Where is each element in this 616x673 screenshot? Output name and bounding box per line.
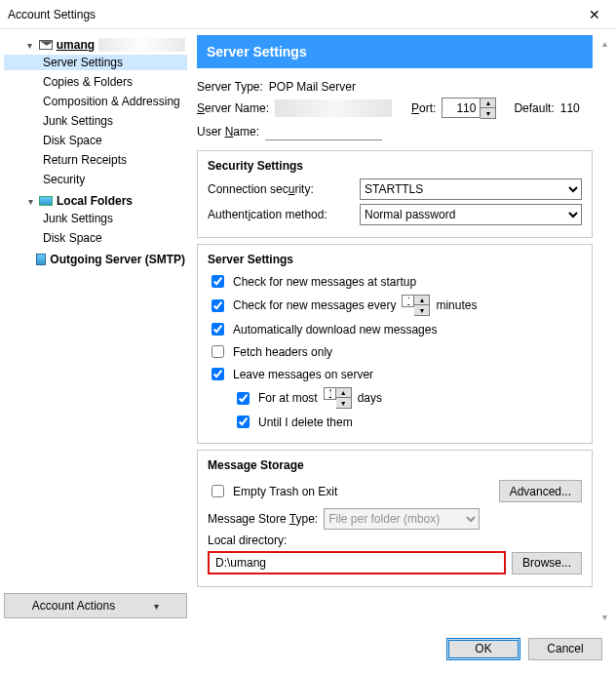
server-legend: Server Settings xyxy=(208,253,582,266)
account-tree-sidebar: umang Server Settings Copies & Folders C… xyxy=(0,29,191,624)
smtp-label: Outgoing Server (SMTP) xyxy=(50,253,185,266)
store-type-select: File per folder (mbox) xyxy=(324,508,480,530)
tree-item-local-disk[interactable]: Disk Space xyxy=(4,230,187,246)
browse-button[interactable]: Browse... xyxy=(512,552,582,574)
conn-security-label: Connection security: xyxy=(208,182,354,196)
until-delete-checkbox[interactable]: Until I delete them xyxy=(208,413,582,431)
account-tree[interactable]: umang Server Settings Copies & Folders C… xyxy=(4,35,187,587)
fetch-headers-checkbox[interactable]: Fetch headers only xyxy=(208,342,582,361)
spin-down-icon: ▼ xyxy=(481,108,495,118)
user-name-input[interactable] xyxy=(265,123,382,140)
conn-security-select[interactable]: STARTTLS xyxy=(360,178,582,200)
account-actions-button[interactable]: Account Actions ▾ xyxy=(4,593,187,618)
advanced-button[interactable]: Advanced... xyxy=(499,480,582,502)
spin-up-icon: ▲ xyxy=(481,99,495,108)
tree-account-root[interactable]: umang xyxy=(4,37,187,53)
tree-item-return-receipts[interactable]: Return Receipts xyxy=(4,152,187,168)
chevron-down-icon: ▾ xyxy=(154,601,159,612)
twisty-icon[interactable] xyxy=(25,40,35,50)
ok-button[interactable]: OK xyxy=(446,638,520,660)
redaction-mask xyxy=(98,38,185,52)
check-every-checkbox[interactable]: Check for new messages every ▲▼ minutes xyxy=(208,295,582,316)
tree-item-composition[interactable]: Composition & Addressing xyxy=(4,94,187,109)
cancel-button[interactable]: Cancel xyxy=(528,638,602,660)
mail-icon xyxy=(39,40,53,50)
scroll-down-icon[interactable]: ▾ xyxy=(597,609,612,624)
empty-trash-checkbox[interactable]: Empty Trash on Exit xyxy=(208,482,337,500)
tree-item-disk-space[interactable]: Disk Space xyxy=(4,133,187,148)
storage-legend: Message Storage xyxy=(208,458,582,472)
dialog-buttons: OK Cancel xyxy=(0,624,616,673)
tree-item-copies-folders[interactable]: Copies & Folders xyxy=(4,74,187,90)
window-title: Account Settings xyxy=(8,8,96,21)
for-at-most-checkbox[interactable]: For at most ▲▼ days xyxy=(208,387,582,409)
close-button[interactable]: ✕ xyxy=(572,0,616,29)
monitor-icon xyxy=(39,196,53,206)
tree-item-local-junk[interactable]: Junk Settings xyxy=(4,211,187,226)
security-settings-group: Security Settings Connection security: S… xyxy=(197,150,593,238)
port-label: Port: xyxy=(411,101,436,115)
panel-header: Server Settings xyxy=(197,35,593,68)
titlebar: Account Settings ✕ xyxy=(0,0,616,29)
vertical-scrollbar[interactable]: ▴ ▾ xyxy=(597,35,612,624)
default-port-value: 110 xyxy=(560,101,580,115)
store-type-label: Message Store Type: xyxy=(208,512,318,526)
tree-item-junk[interactable]: Junk Settings xyxy=(4,113,187,129)
server-settings-group: Server Settings Check for new messages a… xyxy=(197,244,593,444)
tree-smtp[interactable]: Outgoing Server (SMTP) xyxy=(4,252,187,267)
smtp-icon xyxy=(36,254,46,265)
auth-method-label: Authentication method: xyxy=(208,208,354,221)
content-area: umang Server Settings Copies & Folders C… xyxy=(0,29,616,624)
check-startup-checkbox[interactable]: Check for new messages at startup xyxy=(208,272,582,291)
local-folders-label: Local Folders xyxy=(57,194,133,208)
auth-method-select[interactable]: Normal password xyxy=(360,204,582,225)
port-input[interactable]: ▲▼ xyxy=(442,98,496,119)
tree-item-security[interactable]: Security xyxy=(4,172,187,187)
local-dir-input[interactable]: D:\umang xyxy=(208,551,506,574)
message-storage-group: Message Storage Empty Trash on Exit Adva… xyxy=(197,450,593,587)
settings-panel: Server Settings Server Type: POP Mail Se… xyxy=(197,35,593,624)
security-legend: Security Settings xyxy=(208,159,582,173)
default-port-label: Default: xyxy=(514,101,554,115)
server-name-label: Server Name: xyxy=(197,101,269,115)
server-type-value: POP Mail Server xyxy=(269,80,356,94)
leave-on-server-checkbox[interactable]: Leave messages on server xyxy=(208,365,582,383)
server-name-input[interactable] xyxy=(275,99,392,117)
scroll-up-icon[interactable]: ▴ xyxy=(597,35,612,51)
server-type-label: Server Type: xyxy=(197,80,263,94)
at-most-days-input[interactable]: ▲▼ xyxy=(324,387,352,409)
tree-item-server-settings[interactable]: Server Settings xyxy=(4,55,187,70)
auto-download-checkbox[interactable]: Automatically download new messages xyxy=(208,320,582,338)
local-dir-label: Local directory: xyxy=(208,534,287,547)
account-name: umang xyxy=(57,38,95,52)
tree-local-folders[interactable]: Local Folders xyxy=(4,193,187,209)
server-identity: Server Type: POP Mail Server Server Name… xyxy=(197,76,593,144)
settings-panel-wrap: Server Settings Server Type: POP Mail Se… xyxy=(191,29,616,624)
user-name-label: User Name: xyxy=(197,125,259,139)
twisty-icon[interactable] xyxy=(25,196,35,206)
check-every-input[interactable]: ▲▼ xyxy=(402,295,430,316)
